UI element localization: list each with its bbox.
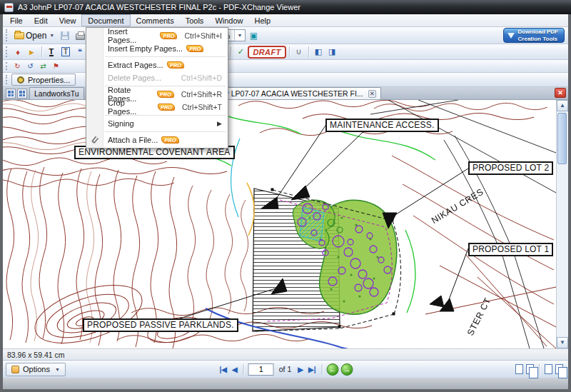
label-proposed-lot-2: PROPOSED LOT 2 — [468, 161, 553, 175]
textbox-button[interactable]: T — [59, 46, 73, 59]
window-title: A3 JohnP LP07-07 ACACIA WESTCHESTER FINA… — [18, 3, 300, 11]
checkmark-icon: ✓ — [238, 47, 244, 56]
save-button[interactable] — [58, 29, 72, 43]
options-icon — [11, 366, 19, 373]
previous-view-button[interactable]: ← — [326, 363, 338, 376]
menu-bar: File Edit View Document Comments Tools W… — [3, 14, 568, 27]
swap-icon: ⇄ — [40, 62, 46, 70]
menu-item-extract-pages[interactable]: Extract Pages... PRO — [86, 59, 228, 71]
callout-icon: ❝ — [78, 47, 82, 56]
label-proposed-lot-1: PROPOSED LOT 1 — [468, 243, 553, 256]
layers-button[interactable]: ◨ — [325, 46, 338, 59]
pro-badge: PRO — [161, 136, 178, 144]
typewriter-button[interactable]: T — [45, 46, 58, 59]
titlebar: A3 JohnP LP07-07 ACACIA WESTCHESTER FINA… — [0, 0, 571, 14]
menu-tools[interactable]: Tools — [180, 14, 210, 26]
3d-box-icon: ◧ — [315, 47, 322, 56]
menu-document[interactable]: Document — [81, 14, 130, 26]
pro-badge: PRO — [158, 104, 175, 111]
previous-page-button[interactable]: ◀ — [231, 363, 239, 376]
page-count-label: of 1 — [279, 365, 292, 373]
submenu-arrow-icon: ▶ — [217, 120, 222, 127]
tab-close-icon[interactable]: ✕ — [368, 90, 376, 98]
status-row: 83.96 x 59.41 cm — [3, 348, 568, 360]
toolbar-grip[interactable] — [6, 46, 9, 57]
pro-badge: PRO — [167, 61, 184, 69]
scrollbar-track[interactable] — [557, 111, 568, 337]
close-document-button[interactable]: ✕ — [555, 88, 566, 98]
checkmark-tool-button[interactable]: ✓ — [234, 46, 247, 59]
menu-item-crop-pages[interactable]: Crop Pages... PRO Ctrl+Shift+T — [86, 101, 228, 114]
snapshot-icon: ▣ — [250, 31, 258, 41]
download-pdf-tools-badge[interactable]: Download PDF Creation Tools — [503, 28, 565, 43]
pro-badge: PRO — [186, 45, 203, 52]
arrow-right-icon: ► — [28, 48, 36, 56]
first-page-button[interactable]: |◀ — [218, 363, 229, 376]
menu-edit[interactable]: Edit — [29, 14, 54, 26]
rotate-cw-button[interactable]: ↻ — [11, 61, 24, 71]
gear-icon — [17, 76, 24, 84]
paperclip-icon: ∪ — [296, 47, 302, 56]
page-layout-controls — [515, 364, 565, 375]
menu-file[interactable]: File — [4, 14, 29, 26]
open-folder-icon — [14, 32, 24, 39]
pdf-3d-button[interactable]: ◧ — [312, 46, 325, 59]
menu-help[interactable]: Help — [249, 14, 277, 26]
rotate-ccw-icon: ↺ — [27, 62, 33, 70]
menu-item-attach-a-file[interactable]: Attach a File... PRO — [86, 134, 228, 146]
pdf-xchange-window: A3 JohnP LP07-07 ACACIA WESTCHESTER FINA… — [0, 0, 571, 392]
scrollbar-thumb[interactable] — [557, 113, 567, 164]
toolbar-grip[interactable] — [6, 62, 9, 71]
print-icon — [76, 34, 85, 40]
page-number-input[interactable] — [248, 363, 274, 376]
tile-horizontal-icon[interactable] — [6, 89, 16, 99]
rotate-ccw-button[interactable]: ↺ — [24, 61, 36, 71]
label-proposed-passive-parklands: PROPOSED PASSIVE PARKLANDS. — [83, 318, 238, 332]
menu-item-insert-pages[interactable]: Insert Pages... PRO Ctrl+Shift+I — [86, 29, 228, 42]
callout-button[interactable]: ❝ — [74, 46, 86, 59]
stamp-icon: ♦ — [16, 48, 20, 56]
window-bottom-strip — [3, 378, 568, 389]
attach-tool-button[interactable]: ∪ — [293, 46, 305, 59]
options-button[interactable]: Options ▼ — [6, 363, 66, 376]
scroll-up-icon[interactable]: ▲ — [557, 100, 568, 111]
pro-badge: PRO — [160, 32, 177, 39]
draft-stamp-button[interactable]: DRAFT — [248, 46, 286, 59]
combo-arrow-icon: ▼ — [234, 30, 242, 41]
vertical-scrollbar[interactable]: ▲ ▼ — [556, 100, 568, 348]
stamp-tool-button[interactable]: ♦ — [11, 46, 24, 59]
last-page-button[interactable]: ▶| — [307, 363, 318, 376]
paperclip-icon — [91, 136, 98, 144]
save-icon — [61, 31, 69, 40]
flag-button[interactable]: ⚑ — [50, 61, 62, 71]
layout-continuous-icon[interactable] — [526, 364, 534, 374]
page-size-readout: 83.96 x 59.41 cm — [7, 351, 65, 359]
bottom-navbar: Options ▼ |◀ ◀ of 1 ▶ ▶| ← → — [3, 360, 568, 378]
toolbar-grip[interactable] — [6, 75, 9, 84]
pro-badge: PRO — [157, 91, 174, 98]
scroll-down-icon[interactable]: ▼ — [557, 337, 568, 348]
menu-item-insert-empty-pages[interactable]: Insert Empty Pages... PRO — [86, 42, 228, 55]
tab-landworks[interactable]: LandworksTu — [29, 87, 84, 99]
page-navigation: |◀ ◀ of 1 ▶ ▶| ← → — [218, 363, 353, 376]
snapshot-button[interactable]: ▣ — [246, 29, 261, 43]
next-view-button[interactable]: → — [340, 363, 353, 376]
layers-icon: ◨ — [328, 47, 335, 56]
flag-icon: ⚑ — [53, 62, 59, 70]
toolbar-grip[interactable] — [6, 29, 9, 41]
swap-button[interactable]: ⇄ — [37, 61, 49, 71]
layout-single-page-icon[interactable] — [515, 364, 523, 374]
window-frame: File Edit View Document Comments Tools W… — [0, 14, 571, 392]
layout-continuous-facing-icon[interactable] — [555, 364, 563, 374]
next-page-button[interactable]: ▶ — [296, 363, 305, 376]
properties-button[interactable]: Properties... — [11, 74, 76, 86]
textbox-icon: T — [61, 47, 70, 56]
tile-vertical-icon[interactable] — [17, 89, 27, 99]
menu-window[interactable]: Window — [209, 14, 248, 26]
open-button[interactable]: Open▼ — [11, 29, 57, 43]
arrow-tool-button[interactable]: ► — [25, 46, 39, 59]
layout-facing-icon[interactable] — [545, 364, 552, 374]
menu-item-signing[interactable]: Signing ▶ — [86, 117, 228, 130]
menu-view[interactable]: View — [54, 14, 82, 26]
menu-comments[interactable]: Comments — [131, 14, 180, 26]
